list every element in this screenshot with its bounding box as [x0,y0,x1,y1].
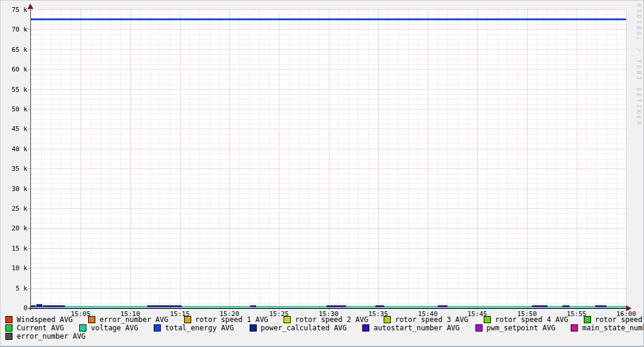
x-grid-minor [408,10,409,308]
x-grid-minor [51,10,51,308]
y-tick-label: 60 k [1,66,27,73]
legend-swatch-icon [584,316,591,323]
power-calculated-segment [532,305,548,307]
x-grid-minor [289,10,290,308]
x-grid-minor [150,10,151,308]
x-grid-minor [487,10,488,308]
x-grid-minor [299,10,300,308]
x-grid-minor [596,10,597,308]
legend-item: voltage AVG [79,324,138,332]
x-grid-minor [398,10,399,308]
x-grid-minor [547,10,547,308]
x-grid-minor [468,10,468,308]
power-calculated-segment [147,305,182,307]
x-grid-major [80,10,81,308]
x-grid-minor [219,10,220,308]
legend-label: error_number AVG [99,316,169,323]
x-grid-minor [438,10,438,308]
legend-item: error_number AVG [88,316,169,323]
legend-item: error_number AVG [5,333,86,340]
y-axis-line [30,8,32,310]
legend-row: error_number AVG [5,332,643,340]
legend-label: rotor speed 4 AVG [495,316,568,323]
legend-row: Windspeed AVGerror_number AVGrotor speed… [5,315,643,324]
legend-item: main_state_number AVG [571,324,644,332]
y-tick-label: 20 k [1,225,27,232]
x-grid-minor [507,10,508,308]
legend: Windspeed AVGerror_number AVGrotor speed… [5,315,643,340]
legend-label: total_energy AVG [165,324,234,332]
legend-label: power_calculated AVG [261,324,347,332]
x-grid-minor [189,10,190,308]
x-grid-minor [537,10,537,308]
x-grid-minor [586,10,587,308]
legend-swatch-icon [79,324,86,332]
x-grid-minor [210,10,210,308]
legend-item: rotor speed 2 AVG [284,316,368,323]
x-grid-minor [567,10,567,308]
legend-swatch-icon [362,324,369,332]
legend-swatch-icon [250,324,257,332]
legend-swatch-icon [5,333,13,340]
x-grid-minor [358,10,359,308]
x-grid-minor [110,10,111,308]
x-grid-minor [606,10,607,308]
legend-item: rotor speed 1 AVG [184,316,269,323]
y-tick-label: 65 k [1,46,27,53]
x-grid-major [477,10,478,308]
legend-swatch-icon [5,324,13,332]
legend-swatch-icon [475,324,483,332]
legend-item: rotor speed 5 AVG [584,316,644,323]
x-grid-minor [120,10,121,308]
y-tick-label: 5 k [1,285,27,292]
y-tick-label: 55 k [1,86,27,93]
x-grid-minor [41,10,42,308]
rrdtool-graph: 05 k10 k15 k20 k25 k30 k35 k40 k45 k50 k… [0,0,644,347]
x-grid-minor [458,10,458,308]
legend-label: rotor speed 1 AVG [195,316,269,323]
legend-label: rotor speed 3 AVG [395,316,468,323]
legend-label: main_state_number AVG [582,324,644,332]
x-grid-minor [447,10,448,308]
legend-label: autostart_number AVG [374,324,460,332]
y-tick-label: 50 k [1,106,27,112]
x-grid-minor [368,10,369,308]
x-grid-minor [349,10,349,308]
power-calculated-segment [438,305,448,307]
x-grid-minor [259,10,260,308]
x-grid-minor [497,10,498,308]
x-grid-minor [309,10,309,308]
y-axis-arrow-icon [27,4,33,9]
legend-item: power_calculated AVG [250,324,347,332]
legend-swatch-icon [484,316,491,323]
power-calculated-segment [31,305,36,307]
power-calculated-segment [595,305,606,307]
x-grid-minor [556,10,557,308]
legend-label: error_number AVG [17,333,86,340]
x-grid-minor [170,10,170,308]
legend-item: total_energy AVG [154,324,234,332]
x-grid-minor [269,10,270,308]
x-grid-minor [239,10,240,308]
legend-swatch-icon [184,316,191,323]
x-grid-minor [160,10,160,308]
power-calculated-segment [43,305,65,307]
y-tick-label: 25 k [1,205,27,212]
legend-swatch-icon [384,316,391,323]
x-grid-minor [91,10,91,308]
x-grid-major [329,10,329,308]
legend-swatch-icon [5,316,13,323]
legend-item: autostart_number AVG [362,324,460,332]
x-grid-minor [200,10,200,308]
legend-item: rotor speed 3 AVG [384,316,468,323]
x-axis-line [29,308,627,309]
legend-item: Current AVG [5,324,64,332]
x-grid-major [229,10,230,308]
power-calculated-segment [326,305,346,307]
y-tick-label: 15 k [1,245,27,252]
x-grid-major [428,10,428,308]
y-tick-label: 0 [1,305,27,311]
legend-label: pwm_setpoint AVG [487,324,556,332]
x-grid-minor [338,10,339,308]
x-grid-major [130,10,131,308]
